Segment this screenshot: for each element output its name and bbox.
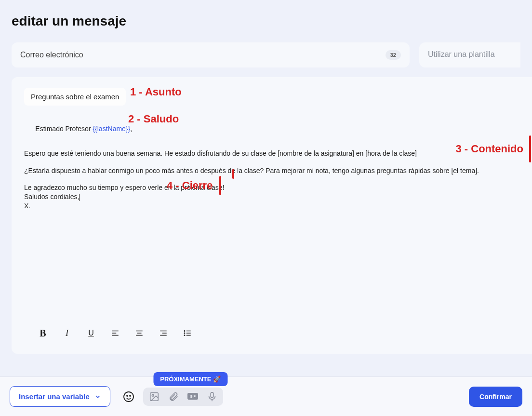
svg-point-9 — [184, 331, 185, 332]
body-paragraph-2: ¿Estaría dispuesto a hablar conmigo un p… — [24, 166, 519, 175]
editor-card: Preguntas sobre el examen 1 - Asunto Est… — [12, 77, 532, 354]
paperclip-icon — [168, 391, 179, 402]
svg-point-16 — [127, 395, 128, 396]
svg-point-11 — [184, 335, 185, 336]
microphone-button[interactable] — [207, 391, 217, 402]
closing-line-1: Le agradezco mucho su tiempo y espero ve… — [24, 183, 519, 192]
svg-point-10 — [184, 333, 185, 334]
template-selector[interactable]: Utilizar una plantilla — [419, 42, 520, 67]
subject-text: Preguntas sobre el examen — [31, 93, 119, 101]
emoji-button[interactable] — [122, 390, 135, 403]
list-button[interactable] — [182, 328, 193, 338]
closing-line-2: Saludos cordiales, — [24, 192, 519, 201]
closing-block: Le agradezco mucho su tiempo y espero ve… — [24, 183, 519, 211]
italic-button[interactable]: I — [62, 328, 72, 338]
channel-selector[interactable]: Correo electrónico 32 — [12, 42, 410, 67]
message-body[interactable]: Estimado Profesor {{lastName}}, 2 - Salu… — [24, 114, 519, 211]
body-paragraph-1: Espero que esté teniendo una buena seman… — [24, 148, 519, 158]
microphone-icon — [207, 391, 217, 402]
align-center-button[interactable] — [134, 328, 145, 338]
greeting-suffix: , — [130, 125, 132, 133]
subject-input[interactable]: Preguntas sobre el examen — [24, 88, 126, 106]
page-title: editar un mensaje — [0, 0, 532, 29]
greeting-line: Estimado Profesor {{lastName}}, — [24, 114, 519, 144]
char-count-badge: 32 — [386, 50, 401, 60]
media-attachments-group: PRÓXIMAMENTE 🚀 GIF — [143, 388, 223, 406]
closing-line-3: X. — [24, 201, 519, 211]
image-icon — [149, 391, 160, 402]
svg-point-15 — [124, 392, 133, 402]
insert-variable-button[interactable]: Insertar una variable — [10, 386, 110, 407]
gif-button[interactable]: GIF — [187, 391, 198, 402]
chevron-down-icon — [94, 393, 101, 400]
variable-token-lastname[interactable]: {{lastName}} — [93, 125, 130, 133]
image-button[interactable] — [149, 391, 160, 402]
format-toolbar: B I U — [38, 328, 193, 338]
channel-label: Correo electrónico — [20, 51, 83, 59]
svg-point-17 — [130, 395, 131, 396]
confirm-button[interactable]: Confirmar — [469, 387, 522, 407]
svg-text:GIF: GIF — [190, 395, 196, 399]
greeting-prefix: Estimado Profesor — [35, 125, 93, 133]
attachment-button[interactable] — [168, 391, 179, 402]
align-left-button[interactable] — [110, 328, 120, 338]
template-label: Utilizar una plantilla — [428, 50, 495, 58]
coming-soon-badge: PRÓXIMAMENTE 🚀 — [153, 372, 227, 386]
align-right-button[interactable] — [158, 328, 169, 338]
svg-rect-22 — [211, 392, 213, 397]
text-cursor — [79, 194, 80, 201]
gif-icon: GIF — [187, 393, 198, 400]
svg-point-19 — [152, 394, 154, 396]
bottom-bar: Insertar una variable PRÓXIMAMENTE 🚀 GIF… — [0, 376, 532, 416]
top-row: Correo electrónico 32 Utilizar una plant… — [12, 42, 520, 67]
insert-variable-label: Insertar una variable — [19, 392, 90, 401]
annotation-subject: 1 - Asunto — [130, 86, 182, 98]
smiley-icon — [123, 391, 134, 403]
underline-button[interactable]: U — [86, 328, 96, 338]
bold-button[interactable]: B — [38, 328, 48, 338]
